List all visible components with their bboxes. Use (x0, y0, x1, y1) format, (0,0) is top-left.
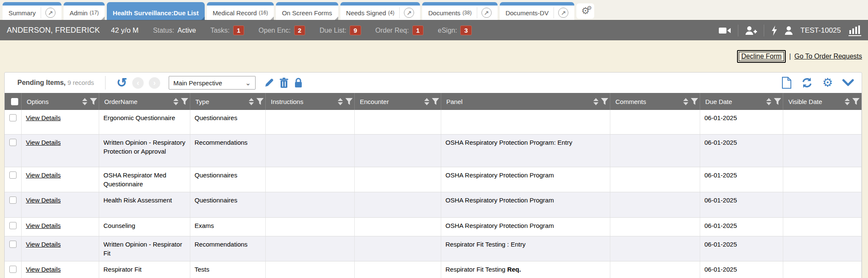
row-checkbox[interactable] (9, 139, 17, 146)
view-details-link[interactable]: View Details (26, 197, 61, 204)
column-header-instructions[interactable]: Instructions (266, 93, 355, 110)
column-header-type[interactable]: Type (190, 93, 266, 110)
lock-icon[interactable] (294, 77, 303, 88)
column-header-options[interactable]: Options (22, 93, 99, 110)
column-header-due-date[interactable]: Due Date (700, 93, 783, 110)
tab-summary[interactable]: Summary ↗ (3, 2, 61, 20)
view-details-link[interactable]: View Details (26, 139, 61, 146)
filter-icon[interactable] (90, 98, 97, 105)
prev-perspective-button[interactable]: ‹ (132, 77, 144, 89)
filter-icon[interactable] (432, 98, 439, 105)
row-checkbox[interactable] (9, 241, 17, 248)
select-all-checkbox[interactable] (11, 98, 18, 105)
due-date-cell: 06-01-2025 (700, 236, 783, 261)
panel-cell: Respirator Fit Testing Req. (441, 261, 610, 278)
tab-label: Summary (8, 9, 36, 17)
sort-icon[interactable] (249, 98, 254, 105)
refresh-icon[interactable] (801, 77, 813, 89)
row-checkbox-cell (5, 110, 22, 134)
tab-needs-signed[interactable]: Needs Signed (4) ↗ (340, 2, 420, 20)
sort-icon[interactable] (424, 98, 429, 105)
go-to-order-requests-link[interactable]: Go To Order Requests (794, 53, 862, 60)
tab-documents-dv[interactable]: Documents-DV ↗ (500, 2, 575, 20)
video-camera-icon[interactable] (718, 26, 731, 35)
due-date-text: 06-01-2025 (704, 171, 737, 179)
filter-icon[interactable] (181, 98, 188, 105)
filter-icon[interactable] (774, 98, 781, 105)
type-cell: Recommendations (190, 135, 266, 167)
collapse-chevron-icon[interactable] (842, 79, 854, 87)
view-details-link[interactable]: View Details (26, 222, 61, 229)
next-perspective-button[interactable]: › (149, 77, 160, 89)
tab-settings-button[interactable]: ⚙ ⚙ (576, 3, 594, 19)
undo-icon[interactable]: ↺ (117, 76, 127, 89)
edit-pencil-icon[interactable] (264, 78, 274, 88)
sort-icon[interactable] (593, 98, 598, 105)
external-link-icon[interactable]: ↗ (558, 8, 568, 18)
tab-documents[interactable]: Documents (38) ↗ (422, 2, 497, 20)
due-list-badge[interactable]: 9 (350, 25, 361, 35)
column-header-encounter[interactable]: Encounter (355, 93, 441, 110)
sort-icon[interactable] (173, 98, 178, 105)
filter-icon[interactable] (691, 98, 698, 105)
grid-title: Pending Items, 9 records (17, 79, 94, 87)
new-document-icon[interactable] (782, 77, 792, 89)
order-name-cell: Written Opinion - Respirator Fit (99, 236, 190, 261)
settings-gear-icon[interactable]: ⚙ (822, 77, 833, 89)
view-details-link[interactable]: View Details (26, 171, 61, 179)
sort-icon[interactable] (845, 98, 850, 105)
row-checkbox[interactable] (9, 114, 17, 121)
bar-chart-icon[interactable] (849, 25, 861, 36)
external-link-icon[interactable]: ↗ (45, 8, 56, 18)
row-checkbox[interactable] (9, 266, 17, 273)
filter-icon[interactable] (601, 98, 608, 105)
view-details-link[interactable]: View Details (26, 241, 61, 248)
delete-trash-icon[interactable] (279, 78, 289, 88)
decline-form-link[interactable]: Decline Form (739, 52, 784, 61)
patient-name: ANDERSON, FREDERICK (7, 26, 100, 35)
open-enc-badge[interactable]: 2 (294, 25, 305, 35)
row-checkbox[interactable] (9, 197, 17, 204)
table-row: View Details Respirator Fit Tests Respir… (5, 261, 862, 278)
order-name-text: Counseling (103, 222, 135, 229)
tasks-badge[interactable]: 1 (233, 25, 244, 35)
esign-badge[interactable]: 3 (460, 25, 471, 35)
table-row: View Details Written Opinion - Respirato… (5, 236, 862, 261)
due-date-text: 06-01-2025 (704, 266, 737, 273)
divider (105, 76, 106, 90)
column-header-panel[interactable]: Panel (441, 93, 610, 110)
filter-icon[interactable] (852, 98, 860, 105)
external-link-icon[interactable]: ↗ (481, 8, 492, 18)
due-date-cell: 06-01-2025 (700, 167, 783, 192)
filter-icon[interactable] (345, 98, 353, 105)
order-name-cell: Counseling (99, 218, 190, 236)
options-cell: View Details (22, 135, 99, 167)
external-link-icon[interactable]: ↗ (404, 8, 414, 18)
status-value: Active (178, 27, 196, 34)
column-header-visible-date[interactable]: Visible Date (783, 93, 862, 110)
tab-on-screen-forms[interactable]: On Screen Forms (276, 2, 338, 20)
column-header-comments[interactable]: Comments (610, 93, 700, 110)
tab-admin[interactable]: Admin (17) (64, 2, 105, 20)
tab-health-surveillance-due-list[interactable]: Health Surveillance:Due List (107, 2, 205, 20)
add-person-icon[interactable] (745, 26, 757, 35)
column-header-ordername[interactable]: OrderName (99, 93, 190, 110)
view-details-link[interactable]: View Details (26, 266, 61, 273)
lightning-icon[interactable] (771, 25, 778, 36)
filter-icon[interactable] (256, 98, 264, 105)
sort-icon[interactable] (82, 98, 87, 105)
due-date-cell: 06-01-2025 (700, 261, 783, 278)
tab-divider (399, 7, 400, 18)
person-icon[interactable] (785, 26, 793, 35)
row-checkbox[interactable] (9, 222, 17, 229)
row-checkbox[interactable] (9, 171, 17, 179)
sort-icon[interactable] (766, 98, 771, 105)
perspective-select[interactable]: Main Perspective ⌄ (169, 76, 256, 90)
view-details-link[interactable]: View Details (26, 114, 61, 121)
order-req-badge[interactable]: 1 (412, 25, 423, 35)
sort-icon[interactable] (683, 98, 688, 105)
panel-cell: OSHA Respiratory Protection Program (441, 192, 610, 217)
row-checkbox-cell (5, 167, 22, 192)
sort-icon[interactable] (338, 98, 343, 105)
tab-medical-record[interactable]: Medical Record (16) (207, 2, 274, 20)
